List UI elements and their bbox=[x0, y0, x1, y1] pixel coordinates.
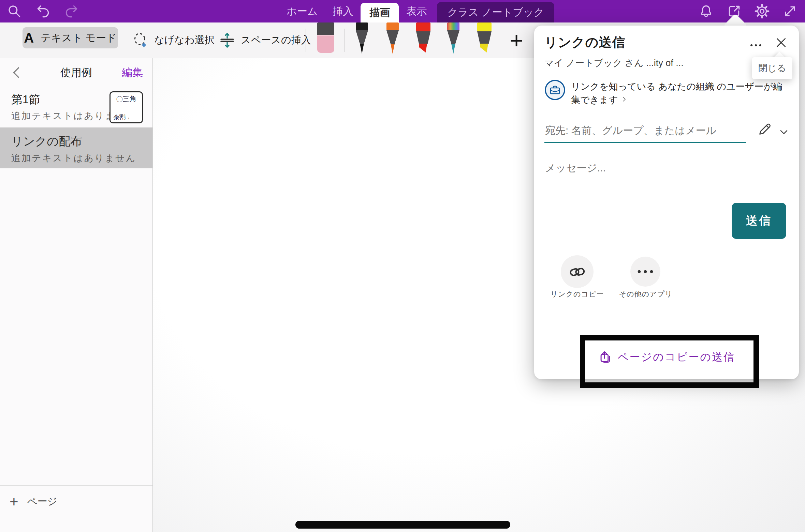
notifications-bell-icon[interactable] bbox=[699, 4, 714, 19]
sidebar-header: 使用例 編集 bbox=[0, 58, 152, 87]
red-marker-tool[interactable] bbox=[415, 22, 431, 55]
black-pen-tool[interactable] bbox=[354, 22, 370, 55]
topbar-right-icons bbox=[699, 0, 797, 22]
text-mode-button[interactable]: A テキスト モード bbox=[23, 27, 118, 48]
page-list-item-selected[interactable]: リンクの配布 追加テキストはありません bbox=[0, 127, 152, 168]
insert-space-button[interactable]: スペースの挿入 bbox=[219, 22, 311, 58]
send-page-copy-label: ページのコピーの送信 bbox=[618, 350, 735, 364]
search-icon[interactable] bbox=[7, 4, 22, 19]
home-indicator[interactable] bbox=[295, 521, 510, 529]
eraser-body bbox=[317, 35, 334, 53]
pencil-icon[interactable] bbox=[757, 122, 772, 137]
tab-home[interactable]: ホーム bbox=[279, 0, 325, 22]
copy-link-button[interactable] bbox=[561, 255, 594, 288]
send-page-copy-button[interactable]: ページのコピーの送信 bbox=[534, 350, 799, 364]
settings-gear-icon[interactable] bbox=[755, 4, 770, 19]
toolbar-divider bbox=[345, 29, 345, 52]
more-apps-label: その他のアプリ bbox=[613, 289, 678, 299]
page-title: リンクの配布 bbox=[11, 134, 82, 149]
recipient-input[interactable]: 宛先: 名前、グループ、またはメール bbox=[545, 124, 716, 138]
send-button[interactable]: 送信 bbox=[732, 203, 786, 239]
text-mode-a-icon: A bbox=[24, 30, 34, 46]
eraser-tool[interactable] bbox=[317, 22, 334, 53]
lasso-select-button[interactable]: なげなわ選択 bbox=[132, 22, 215, 58]
text-mode-label: テキスト モード bbox=[41, 31, 117, 45]
plus-icon: + bbox=[10, 493, 18, 510]
close-icon[interactable] bbox=[774, 36, 788, 49]
recipient-underline bbox=[544, 142, 746, 143]
lasso-label: なげなわ選択 bbox=[154, 33, 215, 47]
link-icon bbox=[569, 263, 586, 280]
send-link-dialog: リンクの送信 マイ ノートブック さん ...ity of ... 閉じる リン… bbox=[534, 26, 799, 379]
message-input[interactable]: メッセージ... bbox=[545, 161, 606, 175]
top-app-bar: ホーム 挿入 描画 表示 クラス ノートブック bbox=[0, 0, 805, 22]
link-permission-row[interactable]: リンクを知っている あなたの組織 のユーザーが編集できます bbox=[544, 79, 790, 107]
insert-space-icon bbox=[219, 32, 235, 48]
dialog-title: リンクの送信 bbox=[544, 34, 626, 51]
tab-view[interactable]: 表示 bbox=[399, 0, 434, 22]
permission-description: リンクを知っている あなたの組織 のユーザーが編集できます bbox=[571, 79, 790, 107]
yellow-highlighter-tool[interactable] bbox=[476, 22, 493, 55]
topbar-left-icons bbox=[7, 0, 79, 22]
ribbon-tabs: ホーム 挿入 描画 表示 クラス ノートブック bbox=[279, 0, 554, 22]
dialog-subtitle: マイ ノートブック さん ...ity of ... bbox=[544, 57, 684, 69]
page-list-sidebar: 使用例 編集 第1節 追加テキストはありま… 〇三角 余割． リンクの配布 追加… bbox=[0, 58, 153, 532]
thumbnail-ink-line: 余割． bbox=[113, 112, 132, 122]
page-title: 第1節 bbox=[11, 92, 40, 107]
chevron-right-icon bbox=[621, 96, 628, 104]
add-page-label: ページ bbox=[27, 495, 57, 508]
lasso-icon bbox=[132, 32, 149, 48]
orange-pen-tool[interactable] bbox=[385, 22, 400, 55]
resize-icon[interactable] bbox=[782, 4, 797, 19]
copy-link-label: リンクのコピー bbox=[543, 289, 611, 299]
more-options-icon[interactable] bbox=[748, 38, 763, 53]
close-tooltip: 閉じる bbox=[752, 57, 792, 79]
insert-space-label: スペースの挿入 bbox=[241, 33, 311, 47]
page-subtitle: 追加テキストはありま… bbox=[11, 110, 126, 122]
organization-briefcase-icon bbox=[544, 79, 566, 101]
tab-class-notebook[interactable]: クラス ノートブック bbox=[437, 2, 554, 22]
chevron-down-icon[interactable] bbox=[778, 126, 790, 138]
ellipsis-icon bbox=[636, 268, 655, 275]
tab-draw[interactable]: 描画 bbox=[361, 3, 399, 22]
page-subtitle: 追加テキストはありません bbox=[11, 152, 136, 164]
tab-insert[interactable]: 挿入 bbox=[325, 0, 361, 22]
share-page-copy-icon bbox=[598, 350, 612, 364]
sidebar-footer: + ページ bbox=[0, 485, 152, 532]
add-pen-button[interactable]: + bbox=[506, 22, 527, 58]
rainbow-pen-tool[interactable] bbox=[445, 22, 461, 55]
redo-icon[interactable] bbox=[64, 4, 79, 19]
eraser-cap bbox=[317, 22, 334, 35]
page-list-item[interactable]: 第1節 追加テキストはありま… 〇三角 余割． bbox=[0, 87, 152, 127]
toolbar-divider bbox=[306, 29, 306, 52]
more-apps-button[interactable] bbox=[630, 257, 660, 287]
edit-button[interactable]: 編集 bbox=[122, 58, 143, 87]
page-thumbnail: 〇三角 余割． bbox=[109, 91, 143, 123]
thumbnail-ink-line: 〇三角 bbox=[110, 94, 142, 105]
undo-icon[interactable] bbox=[35, 4, 50, 19]
add-page-button[interactable]: + ページ bbox=[10, 493, 57, 510]
